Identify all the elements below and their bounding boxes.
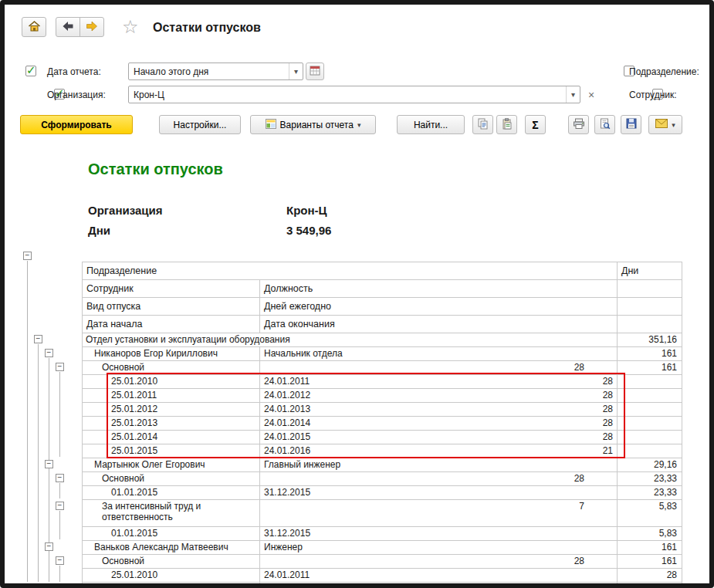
cell-detail: 24.01.2012 bbox=[260, 583, 618, 588]
report-row[interactable]: 25.01.201124.01.201228 bbox=[83, 389, 682, 403]
report-row[interactable]: Мартынюк Олег ЕгоровичГлавный инженер29,… bbox=[83, 458, 682, 472]
cell-days-per-year: 28 bbox=[574, 362, 584, 373]
report-row[interactable]: 25.01.201424.01.201528 bbox=[83, 431, 682, 444]
cell-name: 25.01.2011 bbox=[83, 389, 260, 403]
sum-button[interactable]: Σ bbox=[525, 115, 546, 134]
app-window: ☆ Остатки отпусков ✓ Дата отчета: Начало… bbox=[0, 0, 714, 588]
settings-button[interactable]: Настройки... bbox=[159, 115, 241, 134]
cell-detail: Начальник отдела bbox=[260, 347, 618, 361]
clear-field-button[interactable]: × bbox=[584, 86, 598, 103]
report-date-value[interactable]: Начало этого дня bbox=[129, 63, 289, 79]
org-label: Организация bbox=[88, 204, 163, 217]
save-button[interactable] bbox=[621, 115, 641, 134]
report-row[interactable]: Никаноров Егор КирилловичНачальник отдел… bbox=[83, 347, 682, 361]
cell-detail: 24.01.201328 bbox=[260, 403, 618, 417]
cell-detail-text: Главный инженер bbox=[260, 459, 340, 470]
collapse-group-button[interactable]: − bbox=[56, 556, 64, 565]
collapse-group-button[interactable]: − bbox=[45, 542, 53, 551]
collapse-group-button[interactable]: − bbox=[23, 252, 32, 260]
collapse-group-button[interactable]: − bbox=[56, 502, 64, 510]
forward-button[interactable] bbox=[80, 17, 104, 37]
report-date-label: Дата отчета: bbox=[47, 66, 101, 77]
find-button[interactable]: Найти... bbox=[397, 115, 465, 134]
cell-period-days: 28 bbox=[603, 431, 613, 442]
organization-label: Организация: bbox=[47, 90, 106, 100]
cell-name: Мартынюк Олег Егорович bbox=[83, 458, 260, 472]
report-row[interactable]: Основной28161 bbox=[83, 361, 682, 375]
report-row[interactable]: Основной28161 bbox=[83, 555, 682, 569]
cell-detail: 24.01.2011 bbox=[260, 569, 618, 583]
report-variants-button[interactable]: Варианты отчета ▾ bbox=[250, 115, 376, 134]
cell-days-total: 161 bbox=[618, 347, 682, 361]
cell-detail-text: 24.01.2016 bbox=[260, 445, 310, 456]
cell-days-total bbox=[618, 389, 682, 403]
favorite-star-icon[interactable]: ☆ bbox=[122, 18, 139, 36]
copy-result-button[interactable] bbox=[472, 115, 493, 134]
organization-value[interactable]: Крон-Ц bbox=[129, 86, 566, 103]
header-vacation-type: Вид отпуска bbox=[83, 298, 260, 316]
report-row[interactable]: 25.01.201024.01.201128 bbox=[83, 375, 682, 389]
report-row[interactable]: 25.01.201324.01.201428 bbox=[83, 417, 682, 431]
employee-label: Сотрудник: bbox=[629, 90, 677, 100]
chevron-down-icon[interactable]: ▾ bbox=[566, 86, 580, 103]
collapse-group-button[interactable]: − bbox=[45, 349, 53, 357]
collapse-group-button[interactable]: − bbox=[56, 363, 64, 371]
chevron-down-icon[interactable]: ▾ bbox=[289, 63, 303, 79]
cell-period-days: 28 bbox=[603, 390, 613, 400]
paste-button[interactable] bbox=[496, 115, 517, 134]
cell-detail: 7 bbox=[260, 500, 618, 527]
magnifier-page-icon bbox=[599, 118, 611, 132]
tree-line bbox=[59, 372, 60, 457]
header-dept: Подразделение bbox=[83, 262, 618, 280]
report-row[interactable]: 01.01.201531.12.201523,33 bbox=[83, 486, 682, 500]
report-row[interactable]: За интенсивный труд и ответственность75,… bbox=[83, 500, 682, 527]
print-button[interactable] bbox=[568, 115, 589, 134]
cell-detail: 28 bbox=[260, 555, 618, 569]
report-row[interactable]: 25.01.201024.01.201128 bbox=[83, 569, 682, 583]
report-row[interactable]: Ваньков Александр МатвеевичИнженер161 bbox=[83, 541, 682, 555]
report-row[interactable]: Отдел установки и эксплуатации оборудова… bbox=[83, 333, 682, 347]
cell-detail: 24.01.201128 bbox=[260, 375, 618, 389]
cell-detail: 28 bbox=[260, 472, 618, 486]
cell-days-total bbox=[618, 417, 682, 431]
cell-detail: 24.01.201428 bbox=[260, 417, 618, 431]
report-variant-icon bbox=[266, 119, 276, 131]
collapse-group-button[interactable]: − bbox=[56, 474, 64, 482]
report-row[interactable]: 25.01.201524.01.201621 bbox=[83, 444, 682, 458]
floppy-disk-icon bbox=[626, 118, 637, 131]
table-header-row: Дата начала Дата окончания bbox=[83, 316, 682, 333]
cell-days-total: 5,83 bbox=[618, 500, 682, 527]
send-email-button[interactable]: ▾ bbox=[648, 115, 682, 134]
cell-name: Никаноров Егор Кириллович bbox=[83, 347, 260, 361]
generate-report-button[interactable]: Сформировать bbox=[20, 115, 133, 134]
collapse-group-button[interactable]: − bbox=[45, 460, 53, 468]
report-row[interactable]: 01.01.201531.12.20155,83 bbox=[83, 527, 682, 541]
tree-line bbox=[59, 483, 60, 498]
cell-detail-text: Начальник отдела bbox=[260, 348, 343, 359]
report-date-combobox[interactable]: Начало этого дня ▾ bbox=[128, 63, 303, 80]
days-label: Дни bbox=[88, 224, 110, 237]
header-date-end: Дата окончания bbox=[260, 316, 618, 333]
report-date-checkbox[interactable]: ✓ bbox=[25, 66, 36, 76]
cell-detail-text: 31.12.2015 bbox=[260, 528, 310, 539]
home-icon bbox=[28, 20, 41, 35]
report-title: Остатки отпусков bbox=[88, 161, 223, 178]
cell-days-total: 23,33 bbox=[618, 472, 682, 486]
cell-days-per-year: 28 bbox=[574, 473, 584, 484]
calendar-picker-button[interactable] bbox=[306, 63, 324, 80]
back-button[interactable] bbox=[56, 17, 80, 37]
organization-combobox[interactable]: Крон-Ц ▾ bbox=[128, 86, 580, 103]
tree-line bbox=[38, 344, 39, 582]
cell-detail-text: 24.01.2014 bbox=[260, 417, 310, 428]
report-table: Подразделение Дни Сотрудник Должность Ви… bbox=[82, 262, 682, 588]
home-button[interactable] bbox=[22, 17, 46, 37]
cell-name: За интенсивный труд и ответственность bbox=[83, 500, 260, 527]
report-row[interactable]: 25.01.201224.01.201328 bbox=[83, 403, 682, 417]
report-row[interactable]: Основной2823,33 bbox=[83, 472, 682, 486]
cell-detail: 24.01.201621 bbox=[260, 444, 618, 458]
cell-name: 25.01.2010 bbox=[83, 569, 260, 583]
collapse-group-button[interactable]: − bbox=[34, 335, 42, 343]
chevron-down-icon: ▾ bbox=[672, 121, 675, 129]
report-row[interactable]: 25.01.201124.01.201228 bbox=[83, 583, 682, 588]
print-preview-button[interactable] bbox=[594, 115, 615, 134]
